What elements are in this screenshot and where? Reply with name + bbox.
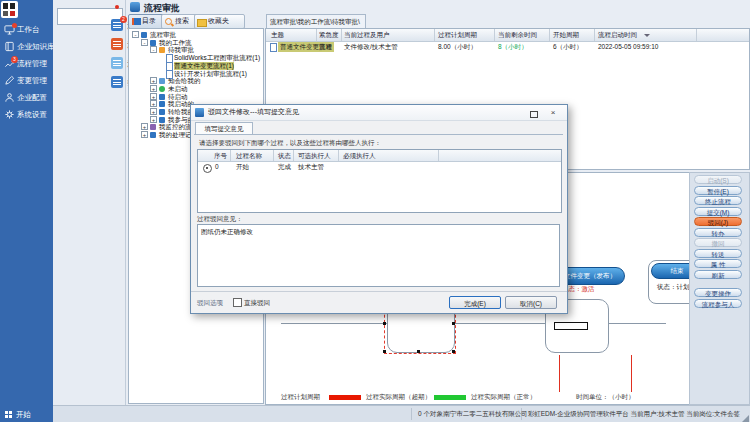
sidebar-item-label: 变更管理 [17, 73, 47, 88]
sidebar-item-label: 流程管理 [17, 56, 47, 71]
sidebar-item-change-mgmt[interactable]: 变更管理 [0, 73, 53, 88]
flow-node-end-status: 状态：计划 [657, 283, 690, 292]
maximize-button[interactable] [527, 108, 539, 118]
folder-icon [159, 78, 165, 84]
dcol-status: 状态 [278, 150, 291, 161]
dcol-required: 必须执行人 [343, 150, 376, 161]
dialog-titlebar[interactable]: 驳回文件修改---填写提交意见 × [191, 105, 567, 121]
page-title-icon [130, 2, 140, 12]
tab-divider [194, 134, 563, 135]
col-remaining[interactable]: 当前剩余时间 [498, 29, 537, 41]
notification-badge: 2 [120, 16, 127, 23]
module-panel: 2 流程审批 流程模板 流程统计 整体表单统计 [53, 0, 126, 422]
cell-start-cycle: 6（小时） [553, 42, 583, 52]
status-icon [159, 86, 165, 92]
col-current[interactable]: 当前过程及用户 [344, 29, 390, 41]
folder-icon [159, 117, 165, 123]
dialog-title: 驳回文件修改---填写提交意见 [208, 107, 299, 117]
submit-button[interactable]: 提交(M) [694, 207, 742, 216]
resize-grip[interactable] [742, 415, 749, 422]
sort-desc-icon[interactable] [644, 34, 650, 37]
legend-unit-label: 时间单位：（小时） [576, 393, 635, 402]
folder-icon [159, 101, 165, 107]
dcol-no: 序号 [214, 150, 227, 161]
sidebar-item-process-mgmt[interactable]: 3 流程管理 [0, 56, 53, 71]
catalog-tab-label: 目录 [142, 17, 156, 24]
start-process-button[interactable]: 启动(S) [694, 175, 742, 184]
favorites-tab-label: 收藏夹 [208, 17, 229, 24]
document-icon [270, 43, 277, 52]
book-icon [4, 41, 15, 52]
start-grid-icon [5, 411, 12, 418]
dcell-name: 开始 [236, 162, 249, 172]
folder-icon [150, 132, 156, 138]
opinion-textarea[interactable]: 图纸仍未正确修改 [197, 224, 560, 287]
cell-start-time: 2022-05-05 09:59:10 [598, 42, 658, 52]
finish-button[interactable]: 完成(E) [449, 296, 501, 309]
folder-icon [159, 94, 165, 100]
cell-current: 文件修改/技术主管 [344, 42, 398, 52]
app-window: 工作台 企业知识库 3 流程管理 变更管理 企业配置 [0, 0, 750, 422]
folder-icon [150, 124, 156, 130]
close-icon[interactable]: × [547, 108, 559, 118]
search-icon-handle [171, 23, 174, 26]
forward-button[interactable]: 转送 [694, 249, 742, 258]
delegate-button[interactable]: 转办 [694, 228, 742, 237]
sidebar-item-label: 工作台 [17, 22, 40, 37]
cell-urgency: 普通 [319, 42, 332, 52]
col-urgency[interactable]: 紧急度 [319, 29, 339, 41]
table-header: 主题 紧急度 当前过程及用户 过程计划周期 当前剩余时间 开始周期 流程启动时间 [266, 29, 749, 42]
direct-reject-label: 直接驳回 [244, 299, 270, 308]
legend-normal-label: 过程实际周期（正常） [471, 393, 536, 402]
start-button[interactable]: 开始 [0, 407, 53, 422]
cell-planned: 8.00（小时） [438, 42, 477, 52]
folder-icon [159, 47, 165, 53]
timeline-marker [559, 355, 560, 392]
breadcrumb[interactable]: 流程审批\我的工作流\待我审批\ [266, 14, 366, 28]
legend-red-bar [329, 395, 361, 400]
col-start-cycle[interactable]: 开始周期 [553, 29, 579, 41]
sidebar-item-label: 系统设置 [17, 107, 47, 122]
app-logo [1, 1, 18, 18]
col-start-time[interactable]: 流程启动时间 [598, 29, 637, 41]
legend-green-bar [434, 395, 466, 400]
process-template-icon [111, 38, 123, 50]
folder-icon [159, 109, 165, 115]
start-label: 开始 [16, 407, 31, 422]
cancel-button[interactable]: 取消(C) [505, 296, 557, 309]
folder-icon [141, 32, 147, 38]
reject-dialog: 驳回文件修改---填写提交意见 × 填写提交意见 请选择要驳回到下面哪个过程，以… [190, 104, 568, 314]
col-planned[interactable]: 过程计划周期 [438, 29, 477, 41]
sidebar-item-workbench[interactable]: 工作台 [0, 22, 53, 37]
properties-button[interactable]: 属 性 [694, 259, 742, 268]
search-tab-label: 搜索 [175, 17, 189, 24]
sidebar-item-system-settings[interactable]: 系统设置 [0, 107, 53, 122]
sidebar-item-label: 企业配置 [17, 90, 47, 105]
sidebar-item-knowledge[interactable]: 企业知识库 [0, 39, 53, 54]
col-subject[interactable]: 主题 [271, 29, 284, 41]
direct-reject-checkbox[interactable] [233, 298, 242, 307]
action-button-panel: 启动(S) 暂停(E) 终止流程(B) 提交(M) 驳回(J) 转办 撤回 转送… [689, 172, 750, 405]
dialog-table-header: 序号 过程名称 状态 可选执行人 必须执行人 [198, 150, 561, 162]
dcell-status: 完成 [278, 162, 291, 172]
sidebar-item-enterprise-config[interactable]: 企业配置 [0, 90, 53, 105]
terminate-process-button[interactable]: 终止流程(B) [694, 196, 742, 205]
radio-selected[interactable] [203, 164, 212, 173]
dialog-footer: 驳回选项 直接驳回 完成(E) 取消(C) [191, 291, 567, 314]
person-icon [4, 92, 15, 103]
refresh-button[interactable]: 刷新 [694, 270, 742, 279]
change-operation-button[interactable]: 变更操作 [694, 288, 742, 297]
favorites-folder-icon [197, 19, 207, 27]
dcell-optional: 技术主管 [298, 162, 324, 172]
opinion-label: 过程驳回意见： [197, 215, 243, 224]
favorites-tab-button[interactable]: 收藏夹 [194, 14, 245, 29]
form-stats-icon [111, 76, 123, 88]
pause-button[interactable]: 暂停(E) [694, 186, 742, 195]
dcell-no: 0 [215, 162, 219, 172]
withdraw-button[interactable]: 撤回 [694, 238, 742, 247]
reject-button[interactable]: 驳回(J) [694, 217, 742, 226]
process-participants-button[interactable]: 流程参与人 [694, 299, 742, 308]
process-stats-icon [111, 57, 123, 69]
gear-icon [4, 109, 15, 120]
duration-bar [554, 322, 588, 330]
